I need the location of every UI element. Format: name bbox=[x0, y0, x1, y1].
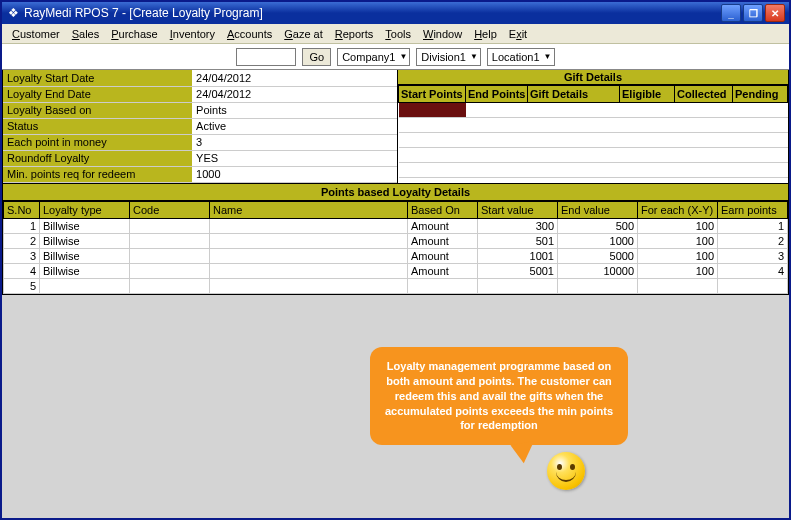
points-cell[interactable]: 1 bbox=[4, 218, 40, 233]
property-value[interactable]: 24/04/2012 bbox=[192, 86, 397, 102]
go-button[interactable]: Go bbox=[302, 48, 331, 66]
points-cell[interactable] bbox=[130, 248, 210, 263]
gift-col-header[interactable]: Start Points bbox=[399, 86, 466, 103]
menu-item-inventory[interactable]: Inventory bbox=[164, 26, 221, 42]
points-row[interactable]: 3BillwiseAmount100150001003 bbox=[4, 248, 788, 263]
points-cell[interactable] bbox=[408, 278, 478, 293]
gift-row[interactable] bbox=[399, 163, 788, 178]
points-cell[interactable]: 10000 bbox=[558, 263, 638, 278]
points-cell[interactable]: 5000 bbox=[558, 248, 638, 263]
maximize-button[interactable]: ❐ bbox=[743, 4, 763, 22]
gift-col-header[interactable]: Collected bbox=[675, 86, 733, 103]
points-cell[interactable]: 3 bbox=[718, 248, 788, 263]
minimize-button[interactable]: _ bbox=[721, 4, 741, 22]
property-value[interactable]: 3 bbox=[192, 134, 397, 150]
menu-item-customer[interactable]: Customer bbox=[6, 26, 66, 42]
points-col-header[interactable]: Name bbox=[210, 201, 408, 218]
gift-col-header[interactable]: Eligible bbox=[620, 86, 675, 103]
points-cell[interactable]: 100 bbox=[638, 218, 718, 233]
gift-cell[interactable] bbox=[675, 133, 733, 148]
gift-cell[interactable] bbox=[733, 133, 788, 148]
menu-item-exit[interactable]: Exit bbox=[503, 26, 533, 42]
menu-item-reports[interactable]: Reports bbox=[329, 26, 380, 42]
gift-row[interactable] bbox=[399, 103, 788, 118]
points-cell[interactable]: 300 bbox=[478, 218, 558, 233]
location-dropdown[interactable]: Location1 ▼ bbox=[487, 48, 555, 66]
points-row[interactable]: 4BillwiseAmount5001100001004 bbox=[4, 263, 788, 278]
property-value[interactable]: 1000 bbox=[192, 166, 397, 182]
gift-cell[interactable] bbox=[733, 103, 788, 118]
gift-cell[interactable] bbox=[675, 118, 733, 133]
points-cell[interactable]: 100 bbox=[638, 248, 718, 263]
points-cell[interactable] bbox=[210, 218, 408, 233]
points-cell[interactable] bbox=[210, 248, 408, 263]
gift-cell[interactable] bbox=[466, 163, 528, 178]
property-value[interactable]: Points bbox=[192, 102, 397, 118]
points-cell[interactable] bbox=[558, 278, 638, 293]
gift-col-header[interactable]: Pending bbox=[733, 86, 788, 103]
points-cell[interactable]: 1001 bbox=[478, 248, 558, 263]
points-cell[interactable] bbox=[130, 278, 210, 293]
points-col-header[interactable]: For each (X-Y) bbox=[638, 201, 718, 218]
points-cell[interactable]: Amount bbox=[408, 263, 478, 278]
property-value[interactable]: YES bbox=[192, 150, 397, 166]
points-row[interactable]: 1BillwiseAmount3005001001 bbox=[4, 218, 788, 233]
gift-row[interactable] bbox=[399, 148, 788, 163]
gift-col-header[interactable]: Gift Details bbox=[528, 86, 620, 103]
menu-item-accounts[interactable]: Accounts bbox=[221, 26, 278, 42]
points-col-header[interactable]: Code bbox=[130, 201, 210, 218]
points-cell[interactable] bbox=[130, 218, 210, 233]
points-cell[interactable] bbox=[210, 278, 408, 293]
gift-cell[interactable] bbox=[675, 103, 733, 118]
gift-cell[interactable] bbox=[620, 118, 675, 133]
gift-cell[interactable] bbox=[733, 118, 788, 133]
menu-item-purchase[interactable]: Purchase bbox=[105, 26, 163, 42]
points-cell[interactable]: Billwise bbox=[40, 263, 130, 278]
points-cell[interactable]: 1 bbox=[718, 218, 788, 233]
points-cell[interactable] bbox=[130, 263, 210, 278]
points-cell[interactable] bbox=[638, 278, 718, 293]
gift-cell[interactable] bbox=[620, 163, 675, 178]
points-cell[interactable]: 4 bbox=[718, 263, 788, 278]
gift-cell[interactable] bbox=[466, 133, 528, 148]
points-cell[interactable] bbox=[210, 233, 408, 248]
points-cell[interactable] bbox=[130, 233, 210, 248]
points-cell[interactable]: 1000 bbox=[558, 233, 638, 248]
gift-cell[interactable] bbox=[675, 148, 733, 163]
menu-item-window[interactable]: Window bbox=[417, 26, 468, 42]
points-cell[interactable] bbox=[718, 278, 788, 293]
gift-cell[interactable] bbox=[675, 163, 733, 178]
gift-cell[interactable] bbox=[466, 103, 528, 118]
close-button[interactable]: ✕ bbox=[765, 4, 785, 22]
gift-row[interactable] bbox=[399, 133, 788, 148]
search-input[interactable] bbox=[236, 48, 296, 66]
gift-cell[interactable] bbox=[466, 118, 528, 133]
points-col-header[interactable]: Earn points bbox=[718, 201, 788, 218]
points-cell[interactable] bbox=[478, 278, 558, 293]
menu-item-help[interactable]: Help bbox=[468, 26, 503, 42]
points-cell[interactable]: Amount bbox=[408, 233, 478, 248]
gift-cell[interactable] bbox=[620, 148, 675, 163]
points-cell[interactable]: Billwise bbox=[40, 248, 130, 263]
points-cell[interactable]: Billwise bbox=[40, 218, 130, 233]
menu-item-tools[interactable]: Tools bbox=[379, 26, 417, 42]
points-row[interactable]: 2BillwiseAmount50110001002 bbox=[4, 233, 788, 248]
property-value[interactable]: 24/04/2012 bbox=[192, 70, 397, 86]
gift-cell[interactable] bbox=[399, 133, 466, 148]
points-cell[interactable]: 3 bbox=[4, 248, 40, 263]
gift-cell[interactable] bbox=[399, 118, 466, 133]
gift-cell[interactable] bbox=[620, 103, 675, 118]
gift-cell[interactable] bbox=[733, 163, 788, 178]
gift-cell[interactable] bbox=[528, 148, 620, 163]
gift-cell[interactable] bbox=[466, 148, 528, 163]
points-cell[interactable]: 2 bbox=[4, 233, 40, 248]
menu-item-sales[interactable]: Sales bbox=[66, 26, 106, 42]
points-cell[interactable]: 4 bbox=[4, 263, 40, 278]
gift-row[interactable] bbox=[399, 118, 788, 133]
points-col-header[interactable]: Based On bbox=[408, 201, 478, 218]
points-cell[interactable]: 500 bbox=[558, 218, 638, 233]
points-col-header[interactable]: End value bbox=[558, 201, 638, 218]
points-cell[interactable]: Amount bbox=[408, 218, 478, 233]
gift-cell[interactable] bbox=[733, 148, 788, 163]
points-col-header[interactable]: Start value bbox=[478, 201, 558, 218]
